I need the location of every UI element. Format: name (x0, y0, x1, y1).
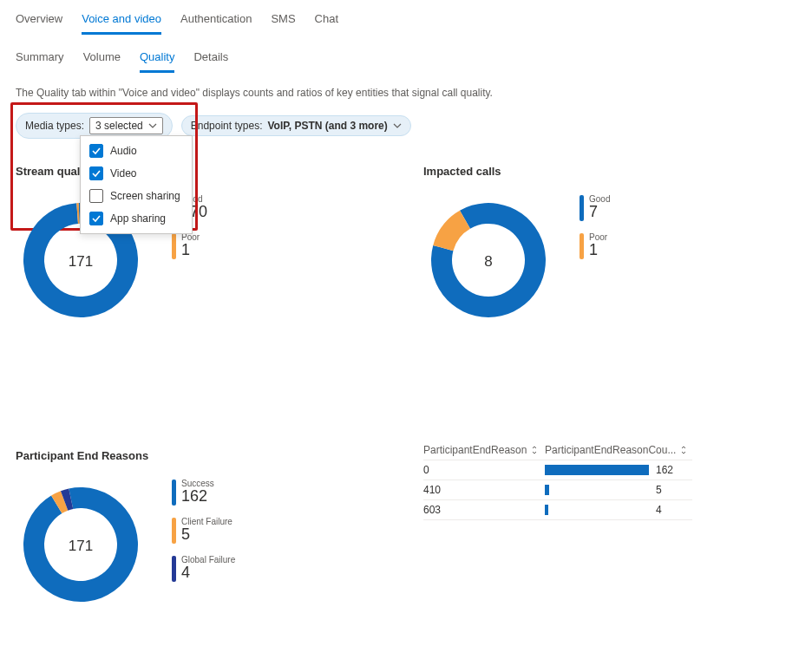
filter-endpoint-value: VoIP, PSTN (and 3 more) (267, 120, 387, 132)
tab-overview[interactable]: Overview (16, 9, 62, 35)
legend-value: 7 (589, 204, 610, 219)
chevron-down-icon (393, 123, 402, 128)
legend-value: 4 (181, 564, 235, 580)
tab-sms[interactable]: SMS (271, 9, 295, 35)
cell-bar (545, 465, 649, 475)
media-types-dropdown: AudioVideoScreen sharingApp sharing (80, 135, 193, 234)
table-row[interactable]: 4105 (423, 480, 692, 500)
filter-media-label: Media types: (25, 120, 84, 132)
legend-value: 162 (181, 488, 214, 504)
legend-impacted-calls: Good7Poor1 (580, 195, 658, 259)
legend-color-bar (172, 480, 176, 506)
option-label: Audio (110, 145, 137, 157)
legend-color-bar (172, 556, 176, 582)
donut-impacted-calls: 8 (423, 195, 553, 328)
legend-value: 1 (181, 242, 200, 258)
media-option-screen-sharing[interactable]: Screen sharing (81, 185, 192, 207)
cell-reason: 0 (423, 464, 545, 476)
legend-item: Success162 (172, 480, 250, 506)
legend-item: Client Failure5 (172, 518, 250, 544)
subtab-quality[interactable]: Quality (140, 47, 174, 73)
panel-title: Stream quality (16, 165, 389, 178)
legend-color-bar (172, 233, 176, 259)
tab-voice-and-video[interactable]: Voice and video (82, 9, 161, 35)
legend-participant-end: Success162Client Failure5Global Failure4 (172, 480, 250, 582)
tab-chat[interactable]: Chat (315, 9, 338, 35)
legend-color-bar (580, 233, 584, 259)
cell-count: 162 (649, 464, 684, 476)
top-tabs: Overview Voice and video Authentication … (16, 9, 796, 35)
col-header-count[interactable]: ParticipantEndReasonCou... (545, 444, 692, 456)
panel-stream-quality: Stream quality 171 Good170Poor1 (16, 156, 389, 328)
checkbox-icon (89, 189, 103, 203)
checkbox-icon (89, 144, 103, 158)
filter-media-select[interactable]: 3 selected (89, 117, 163, 134)
media-option-audio[interactable]: Audio (81, 140, 192, 162)
donut-center-value: 171 (69, 538, 93, 555)
panel-title: Impacted calls (423, 165, 796, 178)
option-label: Screen sharing (110, 190, 180, 202)
sort-icon (679, 446, 688, 454)
legend-item: Good7 (580, 195, 658, 221)
cell-bar (545, 485, 649, 495)
subtab-details[interactable]: Details (193, 47, 228, 73)
subtab-summary[interactable]: Summary (16, 47, 64, 73)
subtab-volume[interactable]: Volume (83, 47, 121, 73)
panel-reason-table: ParticipantEndReason ParticipantEndReaso… (423, 440, 796, 612)
checkbox-icon (89, 212, 103, 225)
media-option-app-sharing[interactable]: App sharing (81, 207, 192, 230)
filter-endpoint-types[interactable]: Endpoint types: VoIP, PSTN (and 3 more) (181, 115, 411, 136)
legend-item: Poor1 (172, 233, 250, 259)
legend-value: 5 (181, 526, 232, 542)
table-row[interactable]: 0162 (423, 460, 692, 480)
cell-count: 5 (649, 484, 684, 496)
chevron-down-icon (148, 123, 157, 128)
sub-tabs: Summary Volume Quality Details (16, 47, 796, 73)
table-row[interactable]: 6034 (423, 500, 692, 520)
cell-count: 4 (649, 504, 684, 516)
donut-participant-end: 171 (16, 480, 146, 612)
filter-endpoint-label: Endpoint types: (191, 120, 263, 132)
legend-color-bar (580, 195, 584, 221)
legend-color-bar (172, 518, 176, 544)
donut-center-value: 8 (484, 253, 492, 271)
filter-media-value: 3 selected (95, 120, 143, 132)
col-header-reason[interactable]: ParticipantEndReason (423, 444, 545, 456)
cell-reason: 603 (423, 504, 545, 516)
tab-authentication[interactable]: Authentication (180, 9, 252, 35)
option-label: App sharing (110, 212, 166, 225)
sort-icon (530, 446, 539, 454)
legend-value: 1 (589, 242, 607, 258)
cell-reason: 410 (423, 484, 545, 496)
panel-participant-end: Participant End Reasons 171 Success162Cl… (16, 440, 389, 612)
legend-item: Poor1 (580, 233, 658, 259)
reason-table: ParticipantEndReason ParticipantEndReaso… (423, 440, 692, 520)
media-option-video[interactable]: Video (81, 162, 192, 185)
donut-center-value: 171 (69, 253, 93, 271)
panel-impacted-calls: Impacted calls 8 Good7Poor1 (423, 156, 796, 328)
panel-title: Participant End Reasons (16, 449, 389, 462)
checkbox-icon (89, 166, 103, 180)
option-label: Video (110, 167, 136, 179)
description-text: The Quality tab within "Voice and video"… (16, 87, 796, 99)
row-2: Participant End Reasons 171 Success162Cl… (16, 440, 796, 612)
cell-bar (545, 505, 649, 515)
legend-item: Global Failure4 (172, 556, 250, 582)
